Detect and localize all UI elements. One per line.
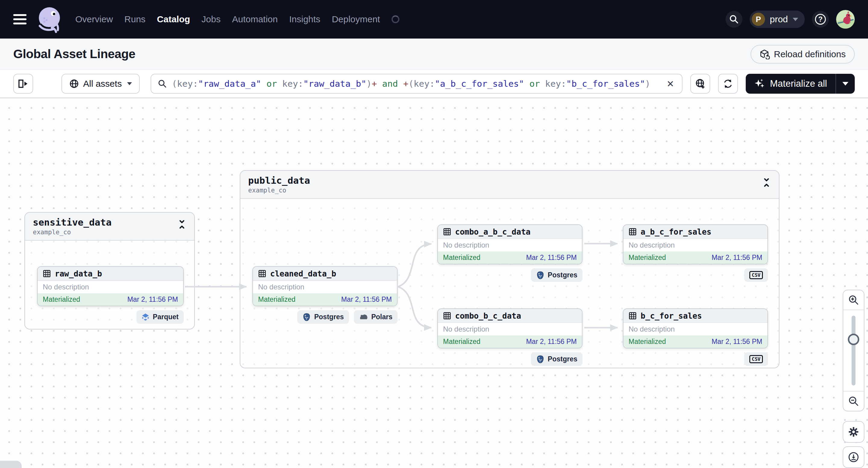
materialization-timestamp[interactable]: Mar 2, 11:56 PM xyxy=(341,295,392,304)
asset-kind-badges: Postgres xyxy=(437,268,583,282)
kind-badge-postgres[interactable]: Postgres xyxy=(531,352,583,366)
kind-badge-postgres[interactable]: Postgres xyxy=(531,268,583,282)
chevron-down-icon xyxy=(793,18,798,21)
table-icon xyxy=(443,228,451,236)
asset-node-container: a_b_c_for_sales No description Materiali… xyxy=(623,224,768,282)
asset-node-combo-b-c-data[interactable]: combo_b_c_data No description Materializ… xyxy=(437,308,583,348)
search-icon xyxy=(729,14,739,24)
asset-node-b-c-for-sales[interactable]: b_c_for_sales No description Materialize… xyxy=(623,308,768,348)
refresh-icon xyxy=(722,78,733,89)
asset-name: combo_a_b_c_data xyxy=(455,227,530,237)
nav-automation[interactable]: Automation xyxy=(232,14,278,24)
dagster-logo-icon[interactable] xyxy=(34,4,64,34)
status-badge: Materialized xyxy=(258,295,296,304)
asset-status-row: Materialized Mar 2, 11:56 PM xyxy=(623,251,767,264)
sparkles-icon xyxy=(754,78,765,89)
reload-definitions-button[interactable]: Reload definitions xyxy=(750,45,855,64)
nav-overview[interactable]: Overview xyxy=(75,14,113,24)
status-badge: Materialized xyxy=(443,254,480,262)
asset-node-header: a_b_c_for_sales xyxy=(623,225,767,239)
nav-jobs[interactable]: Jobs xyxy=(202,14,220,24)
environment-badge: P xyxy=(752,13,765,26)
asset-scope-label: All assets xyxy=(83,79,122,89)
parquet-icon xyxy=(142,313,149,321)
postgres-icon xyxy=(536,355,545,364)
lineage-toolbar: All assets (key:"raw_data_a" or key:"raw… xyxy=(0,70,868,98)
table-icon xyxy=(443,312,451,320)
nav-catalog[interactable]: Catalog xyxy=(157,14,190,24)
asset-name: b_c_for_sales xyxy=(641,311,702,320)
asset-node-header: combo_b_c_data xyxy=(438,309,582,323)
refresh-button[interactable] xyxy=(718,74,738,94)
asset-node-combo-a-b-c-data[interactable]: combo_a_b_c_data No description Material… xyxy=(437,224,583,264)
reload-definitions-label: Reload definitions xyxy=(774,49,846,59)
kind-badge-csv[interactable]: CSV xyxy=(744,268,768,282)
kind-badge-label: Postgres xyxy=(548,271,577,279)
zoom-in-icon xyxy=(848,294,859,305)
materialization-timestamp[interactable]: Mar 2, 11:56 PM xyxy=(526,338,577,346)
asset-kind-badges: Postgres xyxy=(437,352,583,366)
asset-status-row: Materialized Mar 2, 11:56 PM xyxy=(438,251,582,264)
primary-nav: Overview Runs Catalog Jobs Automation In… xyxy=(75,14,399,24)
search-button[interactable] xyxy=(725,11,742,28)
asset-node-container: cleaned_data_b No description Materializ… xyxy=(252,266,398,324)
zoom-slider-handle[interactable] xyxy=(848,334,859,345)
asset-lineage-canvas[interactable]: sensitive_data example_co public_data ex… xyxy=(0,98,868,468)
zoom-out-icon xyxy=(848,396,859,407)
open-side-panel-button[interactable] xyxy=(13,74,33,94)
asset-status-row: Materialized Mar 2, 11:56 PM xyxy=(438,336,582,348)
asset-scope-dropdown[interactable]: All assets xyxy=(61,74,140,94)
nav-deployment[interactable]: Deployment xyxy=(332,14,380,24)
asset-node-cleaned-data-b[interactable]: cleaned_data_b No description Materializ… xyxy=(252,266,398,306)
nav-runs[interactable]: Runs xyxy=(124,14,146,24)
status-badge: Materialized xyxy=(628,254,666,262)
asset-node-container: raw_data_b No description Materialized M… xyxy=(37,266,184,324)
asset-node-a-b-c-for-sales[interactable]: a_b_c_for_sales No description Materiali… xyxy=(623,224,768,264)
menu-icon[interactable] xyxy=(13,14,27,24)
kind-badge-label: Parquet xyxy=(153,313,179,321)
asset-node-raw-data-b[interactable]: raw_data_b No description Materialized M… xyxy=(37,266,184,306)
panel-expand-icon xyxy=(18,79,29,89)
zoom-in-button[interactable] xyxy=(843,290,864,310)
environment-switcher[interactable]: P prod xyxy=(750,10,805,28)
materialization-timestamp[interactable]: Mar 2, 11:56 PM xyxy=(127,295,178,304)
zoom-out-button[interactable] xyxy=(843,391,864,411)
table-icon xyxy=(43,270,51,278)
status-badge: Materialized xyxy=(628,338,666,346)
cardinal-avatar-icon xyxy=(836,10,855,29)
asset-kind-badges: CSV xyxy=(623,352,768,366)
asset-filter-input[interactable]: (key:"raw_data_a" or key:"raw_data_b")+ … xyxy=(151,74,682,94)
asset-description: No description xyxy=(438,323,582,336)
materialization-timestamp[interactable]: Mar 2, 11:56 PM xyxy=(712,254,762,262)
help-button[interactable]: ? xyxy=(812,11,829,28)
export-graph-button[interactable] xyxy=(843,446,864,468)
table-icon xyxy=(628,312,637,320)
filter-query-text: (key:"raw_data_a" or key:"raw_data_b")+ … xyxy=(172,79,660,89)
zoom-slider[interactable] xyxy=(843,310,864,391)
avatar[interactable] xyxy=(836,10,855,29)
zoom-controls xyxy=(843,290,864,411)
materialization-timestamp[interactable]: Mar 2, 11:56 PM xyxy=(712,338,762,346)
asset-status-row: Materialized Mar 2, 11:56 PM xyxy=(253,293,397,306)
kind-badge-label: Polars xyxy=(371,313,393,321)
nav-insights[interactable]: Insights xyxy=(289,14,320,24)
asset-kind-badges: Parquet xyxy=(37,310,184,324)
environment-name: prod xyxy=(770,14,788,24)
kind-badge-parquet[interactable]: Parquet xyxy=(136,310,184,324)
kind-badge-csv[interactable]: CSV xyxy=(744,352,768,366)
graph-settings-button[interactable] xyxy=(843,421,864,443)
kind-badge-polars[interactable]: Polars xyxy=(354,310,398,324)
kind-badge-postgres[interactable]: Postgres xyxy=(297,310,349,324)
zoom-slider-track[interactable] xyxy=(852,316,856,385)
globe-plus-icon xyxy=(695,78,706,89)
clear-filter-button[interactable]: ✕ xyxy=(665,79,675,89)
fetch-external-assets-button[interactable] xyxy=(690,74,710,94)
asset-node-header: raw_data_b xyxy=(38,267,183,281)
kind-badge-label: Postgres xyxy=(548,355,577,363)
materialize-all-split-button: Materialize all xyxy=(746,74,855,94)
asset-name: cleaned_data_b xyxy=(270,269,336,278)
materialize-options-button[interactable] xyxy=(836,74,855,94)
materialize-all-button[interactable]: Materialize all xyxy=(746,74,835,94)
materialization-timestamp[interactable]: Mar 2, 11:56 PM xyxy=(526,254,577,262)
search-icon xyxy=(158,79,167,88)
